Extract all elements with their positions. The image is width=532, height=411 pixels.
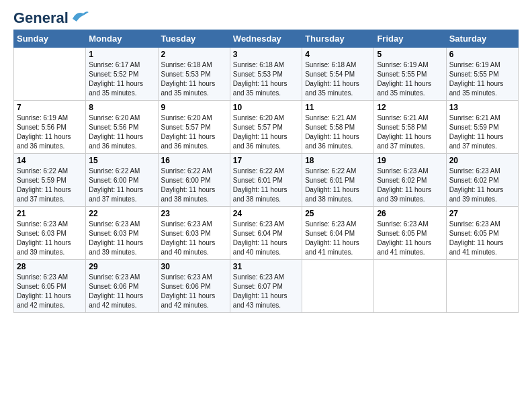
day-info: Sunrise: 6:20 AM Sunset: 5:56 PM Dayligh… — [89, 113, 154, 151]
day-info: Sunrise: 6:21 AM Sunset: 5:58 PM Dayligh… — [377, 113, 443, 151]
day-info: Sunrise: 6:17 AM Sunset: 5:52 PM Dayligh… — [89, 60, 154, 98]
calendar-week-3: 14Sunrise: 6:22 AM Sunset: 5:59 PM Dayli… — [14, 154, 519, 207]
calendar-cell: 29Sunrise: 6:23 AM Sunset: 6:06 PM Dayli… — [86, 260, 158, 313]
day-number: 31 — [233, 262, 299, 271]
weekday-thursday: Thursday — [302, 30, 374, 48]
calendar-cell: 26Sunrise: 6:23 AM Sunset: 6:05 PM Dayli… — [374, 207, 446, 260]
calendar-cell: 12Sunrise: 6:21 AM Sunset: 5:58 PM Dayli… — [374, 101, 446, 154]
weekday-sunday: Sunday — [14, 30, 86, 48]
weekday-wednesday: Wednesday — [230, 30, 302, 48]
weekday-monday: Monday — [86, 30, 158, 48]
day-info: Sunrise: 6:23 AM Sunset: 6:07 PM Dayligh… — [233, 273, 299, 310]
day-info: Sunrise: 6:21 AM Sunset: 5:58 PM Dayligh… — [305, 113, 371, 151]
day-info: Sunrise: 6:22 AM Sunset: 6:01 PM Dayligh… — [305, 167, 371, 204]
calendar-cell: 19Sunrise: 6:23 AM Sunset: 6:02 PM Dayli… — [374, 154, 446, 207]
calendar-cell: 17Sunrise: 6:22 AM Sunset: 6:01 PM Dayli… — [230, 154, 302, 207]
calendar-cell: 18Sunrise: 6:22 AM Sunset: 6:01 PM Dayli… — [302, 154, 374, 207]
day-number: 11 — [305, 103, 371, 112]
weekday-friday: Friday — [374, 30, 446, 48]
day-number: 21 — [17, 209, 83, 218]
day-info: Sunrise: 6:23 AM Sunset: 6:02 PM Dayligh… — [377, 167, 443, 204]
day-info: Sunrise: 6:23 AM Sunset: 6:03 PM Dayligh… — [17, 220, 83, 257]
day-number: 9 — [161, 103, 227, 112]
calendar-cell: 6Sunrise: 6:19 AM Sunset: 5:55 PM Daylig… — [446, 48, 518, 101]
day-number: 1 — [89, 50, 154, 59]
day-number: 7 — [17, 103, 83, 112]
calendar-cell: 7Sunrise: 6:19 AM Sunset: 5:56 PM Daylig… — [14, 101, 86, 154]
day-number: 5 — [377, 50, 443, 59]
day-number: 12 — [377, 103, 443, 112]
calendar-cell — [446, 260, 518, 313]
calendar-cell: 13Sunrise: 6:21 AM Sunset: 5:59 PM Dayli… — [446, 101, 518, 154]
calendar-cell: 15Sunrise: 6:22 AM Sunset: 6:00 PM Dayli… — [86, 154, 158, 207]
day-number: 18 — [305, 156, 371, 165]
day-info: Sunrise: 6:23 AM Sunset: 6:03 PM Dayligh… — [89, 220, 154, 257]
day-info: Sunrise: 6:23 AM Sunset: 6:04 PM Dayligh… — [233, 220, 299, 257]
calendar-week-2: 7Sunrise: 6:19 AM Sunset: 5:56 PM Daylig… — [14, 101, 519, 154]
day-number: 27 — [449, 209, 515, 218]
day-number: 30 — [161, 262, 227, 271]
day-number: 14 — [17, 156, 83, 165]
calendar-cell: 23Sunrise: 6:23 AM Sunset: 6:03 PM Dayli… — [158, 207, 230, 260]
day-number: 10 — [233, 103, 299, 112]
calendar-cell: 20Sunrise: 6:23 AM Sunset: 6:02 PM Dayli… — [446, 154, 518, 207]
day-info: Sunrise: 6:23 AM Sunset: 6:05 PM Dayligh… — [449, 220, 515, 257]
weekday-saturday: Saturday — [446, 30, 518, 48]
day-number: 6 — [449, 50, 515, 59]
day-info: Sunrise: 6:22 AM Sunset: 6:00 PM Dayligh… — [89, 167, 154, 204]
calendar-cell: 30Sunrise: 6:23 AM Sunset: 6:06 PM Dayli… — [158, 260, 230, 313]
day-info: Sunrise: 6:23 AM Sunset: 6:06 PM Dayligh… — [161, 273, 227, 310]
calendar-cell: 28Sunrise: 6:23 AM Sunset: 6:05 PM Dayli… — [14, 260, 86, 313]
day-number: 3 — [233, 50, 299, 59]
day-info: Sunrise: 6:23 AM Sunset: 6:02 PM Dayligh… — [449, 167, 515, 204]
day-info: Sunrise: 6:18 AM Sunset: 5:53 PM Dayligh… — [233, 60, 299, 98]
day-number: 25 — [305, 209, 371, 218]
calendar-cell: 14Sunrise: 6:22 AM Sunset: 5:59 PM Dayli… — [14, 154, 86, 207]
day-info: Sunrise: 6:22 AM Sunset: 5:59 PM Dayligh… — [17, 167, 83, 204]
day-number: 23 — [161, 209, 227, 218]
day-info: Sunrise: 6:23 AM Sunset: 6:05 PM Dayligh… — [377, 220, 443, 257]
day-info: Sunrise: 6:21 AM Sunset: 5:59 PM Dayligh… — [449, 113, 515, 151]
day-info: Sunrise: 6:19 AM Sunset: 5:56 PM Dayligh… — [17, 113, 83, 151]
day-number: 16 — [161, 156, 227, 165]
day-info: Sunrise: 6:19 AM Sunset: 5:55 PM Dayligh… — [449, 60, 515, 98]
calendar-cell: 9Sunrise: 6:20 AM Sunset: 5:57 PM Daylig… — [158, 101, 230, 154]
day-info: Sunrise: 6:18 AM Sunset: 5:53 PM Dayligh… — [161, 60, 227, 98]
day-info: Sunrise: 6:23 AM Sunset: 6:05 PM Dayligh… — [17, 273, 83, 310]
day-info: Sunrise: 6:20 AM Sunset: 5:57 PM Dayligh… — [161, 113, 227, 151]
calendar-cell — [374, 260, 446, 313]
day-number: 17 — [233, 156, 299, 165]
day-number: 20 — [449, 156, 515, 165]
day-number: 8 — [89, 103, 154, 112]
calendar-cell: 10Sunrise: 6:20 AM Sunset: 5:57 PM Dayli… — [230, 101, 302, 154]
day-number: 4 — [305, 50, 371, 59]
calendar-cell: 3Sunrise: 6:18 AM Sunset: 5:53 PM Daylig… — [230, 48, 302, 101]
day-info: Sunrise: 6:23 AM Sunset: 6:03 PM Dayligh… — [161, 220, 227, 257]
logo: General — [13, 11, 90, 23]
calendar-cell — [302, 260, 374, 313]
day-number: 26 — [377, 209, 443, 218]
calendar-cell: 16Sunrise: 6:22 AM Sunset: 6:00 PM Dayli… — [158, 154, 230, 207]
calendar-cell — [14, 48, 86, 101]
day-info: Sunrise: 6:22 AM Sunset: 6:01 PM Dayligh… — [233, 167, 299, 204]
day-number: 2 — [161, 50, 227, 59]
calendar-cell: 2Sunrise: 6:18 AM Sunset: 5:53 PM Daylig… — [158, 48, 230, 101]
calendar-cell: 11Sunrise: 6:21 AM Sunset: 5:58 PM Dayli… — [302, 101, 374, 154]
day-info: Sunrise: 6:18 AM Sunset: 5:54 PM Dayligh… — [305, 60, 371, 98]
weekday-header-row: SundayMondayTuesdayWednesdayThursdayFrid… — [14, 30, 519, 48]
header-row: General — [13, 11, 519, 23]
calendar-week-1: 1Sunrise: 6:17 AM Sunset: 5:52 PM Daylig… — [14, 48, 519, 101]
day-info: Sunrise: 6:23 AM Sunset: 6:06 PM Dayligh… — [89, 273, 154, 310]
calendar-week-5: 28Sunrise: 6:23 AM Sunset: 6:05 PM Dayli… — [14, 260, 519, 313]
day-number: 13 — [449, 103, 515, 112]
calendar-cell: 21Sunrise: 6:23 AM Sunset: 6:03 PM Dayli… — [14, 207, 86, 260]
logo-text: General — [13, 11, 69, 26]
calendar-cell: 31Sunrise: 6:23 AM Sunset: 6:07 PM Dayli… — [230, 260, 302, 313]
calendar-cell: 8Sunrise: 6:20 AM Sunset: 5:56 PM Daylig… — [86, 101, 158, 154]
day-number: 24 — [233, 209, 299, 218]
calendar-cell: 27Sunrise: 6:23 AM Sunset: 6:05 PM Dayli… — [446, 207, 518, 260]
day-number: 19 — [377, 156, 443, 165]
day-info: Sunrise: 6:20 AM Sunset: 5:57 PM Dayligh… — [233, 113, 299, 151]
calendar-week-4: 21Sunrise: 6:23 AM Sunset: 6:03 PM Dayli… — [14, 207, 519, 260]
weekday-tuesday: Tuesday — [158, 30, 230, 48]
